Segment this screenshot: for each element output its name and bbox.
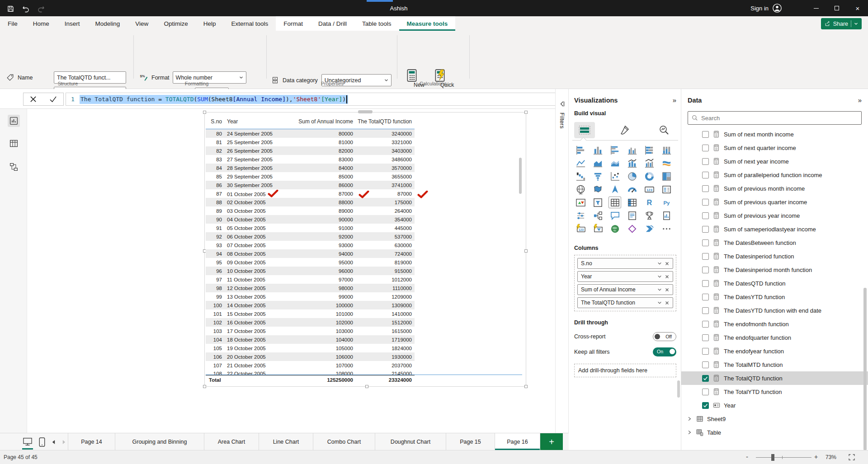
ribbon-tab-help[interactable]: Help [196, 16, 224, 31]
search-input[interactable] [701, 115, 858, 122]
column-header[interactable]: Sum of Annual Income [292, 118, 355, 125]
resize-handle[interactable] [365, 385, 368, 388]
save-icon[interactable] [5, 4, 15, 14]
field-label[interactable]: The TotalQTD function [724, 375, 783, 382]
area-chart-icon[interactable] [591, 157, 604, 169]
field-checkbox[interactable] [702, 334, 709, 341]
field-checkbox[interactable] [702, 212, 709, 219]
r-script-visual-icon[interactable]: R [643, 197, 656, 208]
column-header[interactable]: Year [224, 118, 292, 125]
ribbon-tab-file[interactable]: File [0, 16, 25, 31]
field-checkbox[interactable] [702, 294, 709, 300]
field-item[interactable]: The DatesBetween function [681, 236, 868, 249]
field-label[interactable]: Sum of next quarter income [724, 145, 796, 151]
minimize-button[interactable] [806, 0, 826, 16]
field-item[interactable]: Sum of previous quarter income [681, 195, 868, 209]
name-input-value[interactable] [57, 75, 123, 81]
field-label[interactable]: Sum of previous quarter income [724, 199, 807, 206]
paginated-report-icon[interactable] [660, 210, 673, 221]
add-drill-through-fields[interactable]: Add drill-through fields here [574, 364, 676, 377]
field-item[interactable]: The TotalQTD function [681, 371, 868, 385]
ribbon-tab-data-drill[interactable]: Data / Drill [311, 16, 354, 31]
field-checkbox[interactable] [702, 145, 709, 151]
page-tab-doughnut-chart[interactable]: Doughnut Chart [375, 433, 446, 450]
mobile-layout-icon[interactable] [39, 437, 45, 447]
ribbon-tab-format[interactable]: Format [276, 16, 311, 31]
map-icon[interactable] [574, 183, 587, 195]
field-label[interactable]: Sum of parallelperiod function income [724, 172, 822, 178]
chevron-right-icon[interactable] [687, 430, 692, 435]
field-checkbox[interactable] [702, 307, 709, 314]
filled-map-icon[interactable] [591, 183, 604, 195]
python-visual-icon[interactable]: Py [660, 197, 673, 208]
field-label[interactable]: The DatesYTD function with end date [724, 307, 821, 314]
ribbon-tab-measure-tools[interactable]: Measure tools [399, 16, 456, 31]
pie-chart-icon[interactable] [626, 170, 638, 182]
remove-field-icon[interactable] [663, 262, 671, 266]
field-pill[interactable]: The TotalQTD function [577, 297, 673, 308]
dax-formula-text[interactable]: The TotalQTD function = TOTALQTD(SUM(She… [80, 95, 348, 104]
field-checkbox[interactable] [702, 199, 709, 206]
zoom-out-icon[interactable]: - [746, 453, 748, 460]
field-pill[interactable]: Sum of Annual Income [577, 284, 673, 295]
field-checkbox[interactable] [702, 389, 709, 395]
field-label[interactable]: The TotalMTD function [724, 361, 783, 368]
stacked-column-chart-icon[interactable] [591, 144, 604, 156]
field-item[interactable]: The TotalYTD function [681, 385, 868, 398]
column-header[interactable]: The TotalQTD function [355, 118, 414, 125]
clustered-bar-chart-icon[interactable] [609, 144, 621, 156]
field-item[interactable]: Sum of previous year income [681, 209, 868, 222]
share-button[interactable]: Share [821, 18, 862, 29]
columns-well[interactable]: S.noYearSum of Annual IncomeThe TotalQTD… [574, 255, 676, 311]
next-page-icon[interactable] [62, 440, 66, 445]
page-tab-area-chart[interactable]: Area Chart [204, 433, 259, 450]
field-label[interactable]: The DatesBetween function [724, 239, 796, 246]
build-visual-tab[interactable] [574, 122, 595, 138]
field-item[interactable]: The DatesYTD function [681, 290, 868, 304]
fit-to-page-icon[interactable] [848, 454, 855, 461]
field-checkbox[interactable] [702, 402, 709, 409]
collapse-pane-icon[interactable]: » [858, 96, 862, 104]
resize-handle[interactable] [524, 385, 528, 388]
field-checkbox[interactable] [702, 375, 709, 382]
resize-handle[interactable] [524, 111, 528, 114]
account-icon[interactable] [772, 3, 782, 13]
undo-icon[interactable] [21, 4, 31, 14]
field-label[interactable]: Sum of next month income [724, 131, 794, 138]
table-item[interactable]: Sheet9 [681, 412, 868, 426]
smart-narrative-icon[interactable] [626, 210, 638, 221]
table-visual[interactable]: S.no Year Sum of Annual Income The Total… [204, 112, 526, 387]
page-tab-line-chart[interactable]: Line Chart [259, 433, 313, 450]
column-header[interactable]: S.no [206, 118, 224, 125]
slicer-icon[interactable] [591, 197, 604, 208]
card-icon[interactable]: 123 [643, 183, 656, 195]
close-button[interactable]: × [847, 0, 868, 16]
share-chevron-icon[interactable] [854, 22, 858, 26]
field-item[interactable]: Sum of next quarter income [681, 141, 868, 155]
field-checkbox[interactable] [702, 158, 709, 165]
chevron-down-icon[interactable] [656, 287, 663, 292]
chevron-down-icon[interactable] [656, 300, 663, 305]
resize-handle[interactable] [203, 111, 206, 114]
azure-map-icon[interactable] [609, 183, 621, 195]
analytics-tab[interactable] [654, 122, 675, 138]
field-item[interactable]: Sum of parallelperiod function income [681, 168, 868, 182]
page-tab-grouping-and-binning[interactable]: Grouping and Binning [115, 433, 204, 450]
field-checkbox[interactable] [702, 253, 709, 260]
button-slicer-icon[interactable] [574, 210, 587, 221]
field-item[interactable]: The endofquarter function [681, 331, 868, 344]
new-page-button[interactable]: + [540, 433, 563, 450]
ribbon-tab-home[interactable]: Home [25, 16, 57, 31]
field-item[interactable]: Sum of next month income [681, 127, 868, 141]
field-item[interactable]: Year [681, 398, 868, 412]
field-checkbox[interactable] [702, 226, 709, 233]
commit-formula-icon[interactable] [49, 96, 57, 103]
treemap-icon[interactable] [660, 170, 673, 182]
dax-formula-input[interactable]: 1 The TotalQTD function = TOTALQTD(SUM(S… [66, 93, 566, 106]
line-chart-icon[interactable] [574, 157, 587, 169]
field-label[interactable]: Sum of next year income [724, 158, 789, 165]
field-label[interactable]: The TotalYTD function [724, 389, 782, 395]
field-item[interactable]: The TotalMTD function [681, 358, 868, 371]
model-view-icon[interactable] [8, 161, 20, 173]
stacked-bar-chart-icon[interactable] [574, 144, 587, 156]
